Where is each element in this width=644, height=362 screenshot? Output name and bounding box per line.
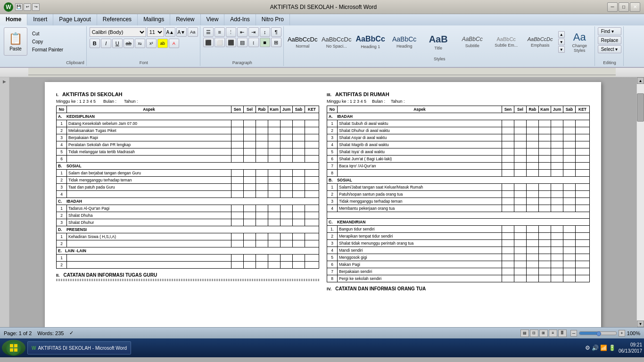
outline-button[interactable]: ≡: [549, 329, 557, 337]
highlight-button[interactable]: ab: [157, 39, 168, 48]
strikethrough-button[interactable]: ab: [124, 39, 134, 48]
increase-indent-button[interactable]: ⇥: [248, 27, 259, 37]
styles-up-button[interactable]: ▲: [558, 31, 565, 38]
redo-quick[interactable]: ↪: [32, 3, 40, 11]
numbering-button[interactable]: ≡: [215, 27, 225, 37]
table-row: C. IBADAH: [57, 198, 319, 205]
paste-button[interactable]: 📋 Paste: [4, 27, 27, 56]
table-row: 1Shalat Subuh di awal waktu: [327, 120, 590, 127]
copy-button[interactable]: Copy: [29, 38, 66, 45]
decrease-indent-button[interactable]: ⇤: [237, 27, 248, 37]
maximize-button[interactable]: □: [619, 2, 629, 12]
styles-container: AaBbCcDc Normal AaBbCcDc No Spaci... AaB…: [287, 27, 593, 57]
line-spacing-button[interactable]: ↕: [248, 38, 259, 47]
tab-add-ins[interactable]: Add-Ins: [224, 14, 256, 25]
shading-button[interactable]: ■: [260, 38, 270, 47]
full-reading-button[interactable]: ⊡: [530, 329, 538, 337]
bullets-button[interactable]: ☰: [203, 27, 214, 37]
style-emphasis[interactable]: AaBbCcDc Emphasis: [524, 27, 556, 57]
table-row: A. IBADAH: [327, 113, 590, 120]
style-no-spacing[interactable]: AaBbCcDc No Spaci...: [321, 27, 353, 57]
sort-button[interactable]: ↕: [260, 27, 270, 37]
draft-button[interactable]: ≣: [558, 329, 567, 337]
subscript-button[interactable]: x₂: [135, 39, 145, 48]
right-table: No Aspek Sen Sel Rab Kam Jum Sab KET: [327, 106, 590, 282]
zoom-slider[interactable]: [579, 331, 617, 335]
editing-group-label: Editing: [603, 60, 616, 65]
font-size-select[interactable]: 11: [147, 27, 164, 37]
taskbar-right: ⚙ 🔊 📶 🔋 09:21 06/13/2017: [585, 342, 642, 354]
style-heading1[interactable]: AaBbCc Heading 1: [355, 27, 387, 57]
table-row: B. SOSIAL: [327, 177, 590, 184]
font-color-button[interactable]: A: [169, 39, 179, 48]
tab-home[interactable]: Home: [0, 14, 27, 25]
save-quick[interactable]: 💾: [15, 3, 23, 11]
web-layout-button[interactable]: ⊞: [539, 329, 548, 337]
taskbar-word-button[interactable]: W AKTIFITAS DI SEKOLAH - Microsoft Word: [27, 341, 131, 354]
undo-quick[interactable]: ↩: [24, 3, 31, 11]
quick-access[interactable]: 💾 ↩ ↪: [15, 3, 40, 11]
window-controls[interactable]: ─ □ ✕: [607, 2, 640, 12]
document-area[interactable]: I. AKTIFITAS DI SEKOLAH Minggu ke : 1 2 …: [9, 77, 636, 327]
table-row: 3Shalat Asyar di awal waktu: [327, 134, 590, 141]
tab-insert[interactable]: Insert: [27, 14, 53, 25]
tab-mailings[interactable]: Mailings: [138, 14, 170, 25]
styles-down-button[interactable]: ▼: [558, 39, 565, 45]
col-no-r: No: [327, 106, 338, 113]
replace-button[interactable]: Replace: [598, 36, 622, 44]
border-button[interactable]: ⊞: [271, 38, 281, 47]
show-marks-button[interactable]: ¶: [271, 27, 281, 37]
section1-title-row: I. AKTIFITAS DI SEKOLAH: [56, 91, 319, 97]
bold-button[interactable]: B: [90, 39, 100, 48]
zoom-in-button[interactable]: +: [619, 330, 625, 337]
scroll-up-button[interactable]: ▲: [637, 77, 644, 84]
table-row: 1Salam dan berjabat tangan dengan Guru: [57, 170, 319, 177]
style-subtle-em[interactable]: AaBbCc Subtle Em...: [490, 27, 522, 57]
style-subtitle[interactable]: AaBbCc Subtitle: [456, 27, 488, 57]
scrollbar-thumb[interactable]: [637, 93, 644, 122]
tab-nitro[interactable]: Nitro Pro: [256, 14, 290, 25]
align-center-button[interactable]: ⬜: [215, 38, 225, 47]
style-title[interactable]: AaB Title: [422, 27, 454, 57]
tab-review[interactable]: Review: [170, 14, 200, 25]
shrink-font-button[interactable]: A▼: [176, 27, 187, 37]
scroll-down-button[interactable]: ▼: [637, 321, 644, 327]
superscript-button[interactable]: x²: [146, 39, 157, 48]
change-styles-button[interactable]: Aa Change Styles: [567, 27, 593, 57]
tab-view[interactable]: View: [201, 14, 225, 25]
tab-page-layout[interactable]: Page Layout: [53, 14, 97, 25]
taskbar: W AKTIFITAS DI SEKOLAH - Microsoft Word …: [0, 338, 644, 357]
grow-font-button[interactable]: A▲: [165, 27, 175, 37]
tab-references[interactable]: References: [97, 14, 138, 25]
align-left-button[interactable]: ⬛: [203, 38, 214, 47]
find-button[interactable]: Find ▾: [598, 27, 622, 35]
format-painter-button[interactable]: Format Painter: [29, 46, 66, 53]
start-button[interactable]: [2, 340, 25, 356]
italic-button[interactable]: I: [101, 39, 111, 48]
close-button[interactable]: ✕: [630, 2, 640, 12]
minimize-button[interactable]: ─: [607, 2, 618, 12]
col-rab-r: Rab: [527, 106, 539, 113]
style-heading2[interactable]: AaBbCc Heading: [388, 27, 421, 57]
table-row: 2: [57, 240, 319, 247]
right-scrollbar[interactable]: ▲ ▼: [636, 77, 644, 327]
col-jum-r: Jum: [551, 106, 563, 113]
select-button[interactable]: Select ▾: [598, 45, 622, 53]
font-name-select[interactable]: Calibri (Body): [90, 27, 146, 37]
style-normal-label: Normal: [296, 44, 309, 49]
multilevel-button[interactable]: ⋮: [226, 27, 236, 37]
underline-button[interactable]: U: [112, 39, 123, 48]
align-right-button[interactable]: ⬛: [226, 38, 236, 47]
change-styles-label: Change Styles: [567, 43, 592, 53]
col-sen: Sen: [231, 106, 244, 113]
styles-more-button[interactable]: ▼: [558, 46, 565, 53]
clear-format-button[interactable]: Aa: [188, 27, 198, 37]
style-normal[interactable]: AaBbCcDc Normal: [287, 27, 319, 57]
justify-button[interactable]: ▤: [237, 38, 248, 47]
zoom-out-button[interactable]: ─: [570, 330, 577, 337]
print-layout-button[interactable]: ▤: [520, 329, 529, 337]
zoom-handle[interactable]: [596, 331, 601, 336]
clipboard-small-buttons: Cut Copy Format Painter: [29, 30, 66, 53]
cut-button[interactable]: Cut: [29, 30, 66, 37]
scrollbar-track[interactable]: [637, 84, 644, 321]
